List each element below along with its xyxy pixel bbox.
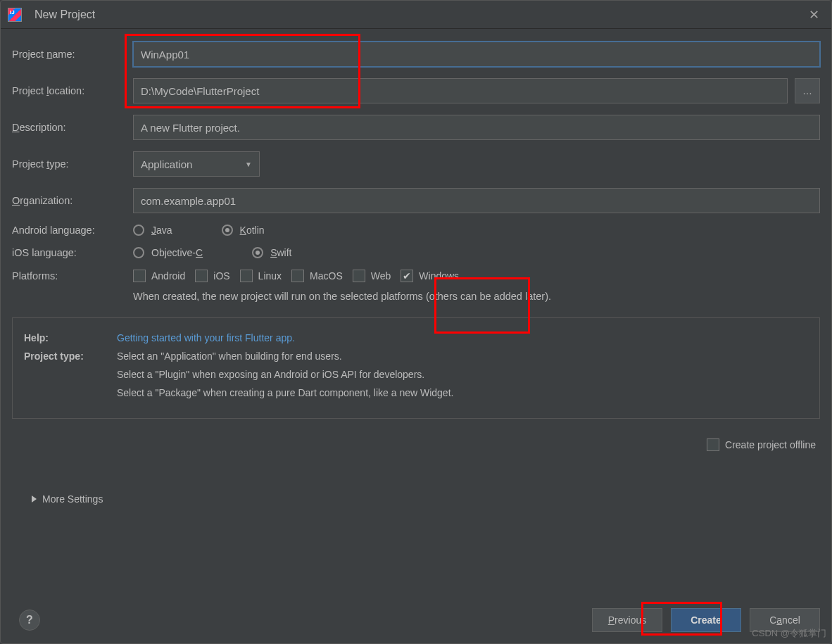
android-language-label: Android language: — [12, 225, 133, 236]
intellij-icon — [8, 8, 22, 22]
description-label: Description: — [12, 122, 133, 133]
checkbox-offline[interactable]: Create project offline — [707, 438, 816, 451]
help-panel: Help: Getting started with your first Fl… — [12, 317, 820, 419]
triangle-right-icon — [32, 495, 37, 503]
footer: ? Previous Create Cancel — [1, 593, 831, 643]
checkbox-web[interactable]: Web — [353, 270, 391, 282]
create-button[interactable]: Create — [671, 608, 741, 632]
radio-swift[interactable]: Swift — [252, 247, 291, 258]
project-location-input[interactable] — [133, 78, 788, 103]
checkbox-macos[interactable]: MacOS — [291, 270, 343, 282]
help-label: Help: — [24, 332, 117, 343]
checkbox-linux[interactable]: Linux — [240, 270, 282, 282]
help-line-1: Select an "Application" when building fo… — [117, 351, 342, 362]
chevron-down-icon: ▼ — [245, 160, 252, 168]
radio-objc[interactable]: Objective-C — [133, 247, 203, 258]
browse-location-button[interactable]: … — [795, 78, 820, 103]
close-icon[interactable]: ✕ — [803, 7, 824, 23]
checkbox-windows[interactable]: Windows — [401, 270, 459, 282]
checkbox-android[interactable]: Android — [133, 270, 185, 282]
checkbox-ios[interactable]: iOS — [195, 270, 229, 282]
project-location-label: Project location: — [12, 85, 133, 96]
help-line-2: Select a "Plugin" when exposing an Andro… — [117, 369, 808, 380]
dialog-body: Project name: Project location: … Descri… — [1, 29, 831, 593]
watermark: CSDN @令狐掌门 — [752, 627, 826, 640]
window-title: New Project — [34, 8, 95, 21]
getting-started-link[interactable]: Getting started with your first Flutter … — [117, 332, 295, 343]
project-name-input[interactable] — [133, 42, 820, 67]
help-button[interactable]: ? — [19, 610, 40, 631]
radio-kotlin[interactable]: Kotlin — [222, 225, 265, 236]
organization-input[interactable] — [133, 188, 820, 213]
new-project-dialog: New Project ✕ Project name: Project loca… — [0, 0, 832, 644]
titlebar: New Project ✕ — [1, 1, 831, 29]
organization-label: Organization: — [12, 195, 133, 206]
more-settings-expander[interactable]: More Settings — [32, 493, 820, 505]
help-project-type-label: Project type: — [24, 351, 117, 362]
project-type-label: Project type: — [12, 158, 133, 170]
platforms-hint: When created, the new project will run o… — [133, 291, 820, 302]
help-line-3: Select a "Package" when creating a pure … — [117, 387, 808, 398]
project-type-combo[interactable]: Application ▼ — [133, 151, 260, 177]
ios-language-label: iOS language: — [12, 247, 133, 258]
platforms-label: Platforms: — [12, 270, 133, 282]
description-input[interactable] — [133, 115, 820, 140]
project-name-label: Project name: — [12, 49, 133, 60]
previous-button[interactable]: Previous — [592, 608, 662, 632]
radio-java[interactable]: Java — [133, 225, 172, 236]
